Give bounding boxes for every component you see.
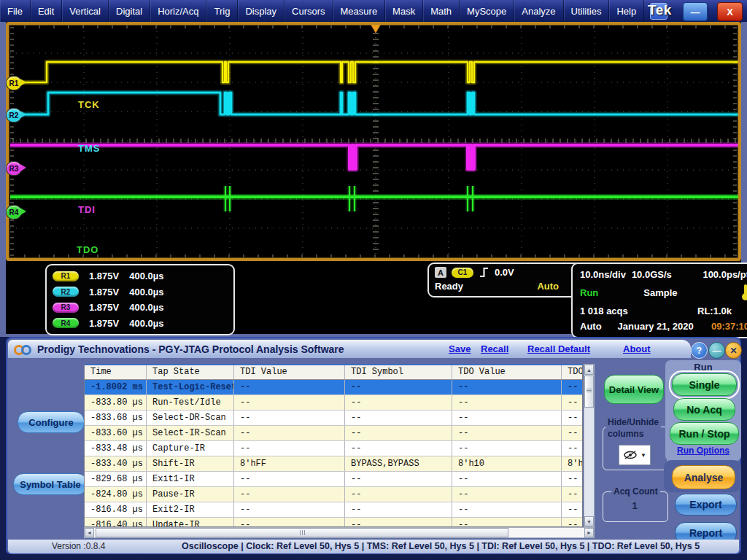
menu-item-help[interactable]: Help bbox=[609, 0, 644, 22]
trace-label-tdi: TDI bbox=[78, 204, 96, 215]
run-options-link[interactable]: Run Options bbox=[665, 446, 741, 456]
rising-edge-icon bbox=[479, 266, 489, 279]
detail-view-button[interactable]: Detail View bbox=[604, 375, 664, 404]
table-row[interactable]: -833.40 µsShift-IR8'hFFBYPASS,BYPASS8'h1… bbox=[85, 456, 582, 472]
table-cell: -- bbox=[452, 472, 562, 486]
table-row[interactable]: -816.40 µsUpdate-IR-------- bbox=[85, 518, 582, 527]
hide-columns-button[interactable]: ▼ bbox=[619, 445, 651, 465]
symbol-table-button[interactable]: Symbol Table bbox=[13, 473, 88, 495]
record-length-readout: RL:1.0k bbox=[697, 306, 732, 316]
channel-badge-r1[interactable]: R1 bbox=[53, 271, 79, 281]
window-minimize-button[interactable]: — bbox=[683, 2, 708, 21]
menu-item-display[interactable]: Display bbox=[238, 0, 285, 22]
acq-count-readout: 1 018 acqs bbox=[580, 306, 628, 316]
trace-label-tck: TCK bbox=[78, 99, 100, 110]
menu-item-horiz-acq[interactable]: Horiz/Acq bbox=[150, 0, 206, 22]
menu-item-digital[interactable]: Digital bbox=[109, 0, 150, 22]
channel-readout-r2: R21.875V400.0µs bbox=[53, 287, 228, 298]
table-cell: -- bbox=[562, 411, 583, 425]
waveform-handle-r3[interactable]: R3 bbox=[6, 161, 22, 176]
vertical-scroll-thumb[interactable] bbox=[584, 376, 594, 408]
save-link[interactable]: Save bbox=[449, 343, 471, 354]
menu-item-file[interactable]: File bbox=[0, 0, 31, 22]
acq-count-label: Acq Count bbox=[611, 486, 660, 497]
no-acq-button[interactable]: No Acq bbox=[673, 398, 735, 421]
table-row[interactable]: -833.68 µsSelect-DR-Scan-------- bbox=[85, 411, 582, 426]
single-button[interactable]: Single bbox=[672, 373, 737, 396]
menu-item-mask[interactable]: Mask bbox=[385, 0, 423, 22]
run-stop-button[interactable]: Run / Stop bbox=[670, 422, 739, 445]
table-cell: -816.48 µs bbox=[85, 502, 147, 517]
table-cell: Select-IR-Scan bbox=[147, 426, 234, 440]
table-cell: Select-DR-Scan bbox=[147, 411, 234, 425]
analyse-button[interactable]: Analyse bbox=[672, 465, 735, 489]
chevron-down-icon: ▼ bbox=[640, 452, 646, 459]
timebase-readout: 10.0ns/div bbox=[580, 269, 626, 280]
channel-badge-r2[interactable]: R2 bbox=[53, 287, 79, 297]
table-cell: -- bbox=[234, 426, 345, 440]
waveform-handle-arrow bbox=[20, 208, 26, 215]
scroll-down-arrow[interactable]: ▼ bbox=[584, 516, 594, 526]
jtag-analysis-panel: Prodigy Technovations - PGY-JTAG Protoco… bbox=[6, 337, 741, 554]
acquisition-state: Run bbox=[580, 287, 598, 298]
waveform-handle-arrow bbox=[20, 79, 26, 86]
channel-badge-r3[interactable]: R3 bbox=[53, 303, 79, 313]
oscilloscope-display: R1R2R3R4 TCKTMSTDITDO R11.875V400.0µsR21… bbox=[6, 22, 741, 334]
table-row[interactable]: -824.80 µsPause-IR-------- bbox=[85, 487, 582, 502]
horizontal-scrollbar[interactable]: ◄ ► bbox=[84, 527, 595, 538]
channel-badge-r4[interactable]: R4 bbox=[53, 318, 79, 328]
table-cell: -829.68 µs bbox=[85, 472, 147, 486]
menu-item-cursors[interactable]: Cursors bbox=[285, 0, 333, 22]
panel-minimize-button[interactable]: — bbox=[708, 342, 725, 359]
horizontal-scroll-thumb[interactable] bbox=[96, 528, 508, 537]
vertical-scrollbar[interactable]: ▲ ▼ bbox=[584, 364, 595, 527]
column-header: Time bbox=[85, 365, 147, 379]
trace-label-tdo: TDO bbox=[77, 244, 98, 255]
waveform-handle-r2[interactable]: R2 bbox=[6, 108, 22, 122]
panel-close-button[interactable]: ✕ bbox=[725, 342, 742, 359]
table-row[interactable]: -833.60 µsSelect-IR-Scan-------- bbox=[85, 426, 582, 441]
configure-button[interactable]: Configure bbox=[18, 411, 85, 433]
scroll-right-arrow[interactable]: ► bbox=[584, 528, 594, 537]
table-row[interactable]: -1.8002 msTest-Logic-Reset-------- bbox=[85, 380, 582, 395]
table-cell: -- bbox=[345, 518, 452, 527]
table-row[interactable]: -816.48 µsExit2-IR-------- bbox=[85, 502, 582, 518]
table-row[interactable]: -833.48 µsCapture-IR-------- bbox=[85, 441, 582, 456]
table-cell: -- bbox=[345, 411, 452, 425]
table-cell: -833.40 µs bbox=[85, 456, 147, 471]
menu-item-myscope[interactable]: MyScope bbox=[460, 0, 514, 22]
table-cell: Run-Test/Idle bbox=[147, 395, 234, 410]
table-cell: -824.80 µs bbox=[85, 487, 147, 502]
scroll-left-arrow[interactable]: ◄ bbox=[85, 528, 94, 537]
table-cell: -- bbox=[234, 441, 345, 456]
about-link[interactable]: About bbox=[623, 343, 651, 354]
menu-item-vertical[interactable]: Vertical bbox=[62, 0, 109, 22]
panel-help-button[interactable]: ? bbox=[691, 342, 708, 359]
table-header-row: TimeTap StateTDI ValueTDI SymbolTDO Valu… bbox=[85, 365, 582, 380]
menu-item-trig[interactable]: Trig bbox=[206, 0, 238, 22]
menu-item-edit[interactable]: Edit bbox=[31, 0, 62, 22]
table-cell: -- bbox=[345, 487, 452, 502]
recall-link[interactable]: Recall bbox=[481, 343, 508, 354]
column-header: TDO Value bbox=[452, 365, 562, 379]
menu-item-utilities[interactable]: Utilities bbox=[564, 0, 610, 22]
waveform-handle-r4[interactable]: R4 bbox=[6, 205, 22, 219]
recall-default-link[interactable]: Recall Default bbox=[527, 343, 590, 354]
menu-item-math[interactable]: Math bbox=[423, 0, 460, 22]
window-close-button[interactable]: X bbox=[717, 2, 743, 21]
menu-item-measure[interactable]: Measure bbox=[333, 0, 386, 22]
table-row[interactable]: -833.80 µsRun-Test/Idle-------- bbox=[85, 395, 582, 411]
column-header: Tap State bbox=[147, 365, 234, 379]
scroll-up-arrow[interactable]: ▲ bbox=[584, 365, 594, 375]
export-button[interactable]: Export bbox=[675, 494, 737, 516]
table-cell: -- bbox=[234, 472, 345, 486]
trigger-mode: Auto bbox=[537, 281, 559, 292]
table-cell: -- bbox=[562, 426, 583, 440]
table-row[interactable]: -829.68 µsExit1-IR-------- bbox=[85, 472, 582, 487]
sample-rate-readout: 10.0GS/s bbox=[632, 269, 672, 280]
trace-label-tms: TMS bbox=[78, 143, 100, 154]
table-cell: -1.8002 ms bbox=[85, 380, 147, 394]
menu-item-analyze[interactable]: Analyze bbox=[514, 0, 563, 22]
date-readout: January 21, 2020 bbox=[618, 321, 694, 332]
waveform-handle-r1[interactable]: R1 bbox=[6, 76, 22, 90]
